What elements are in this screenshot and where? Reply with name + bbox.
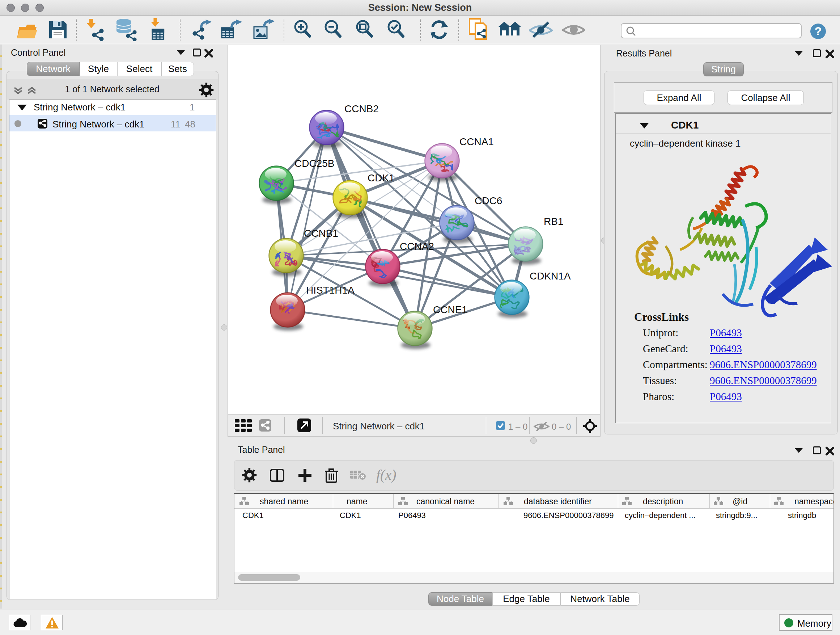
svg-text:RB1: RB1: [544, 216, 563, 227]
svg-text:CCNB1: CCNB1: [304, 228, 338, 239]
svg-text:HIST1H1A: HIST1H1A: [306, 285, 355, 296]
svg-text:CCNE1: CCNE1: [433, 304, 467, 315]
svg-text:CCNB2: CCNB2: [344, 103, 379, 114]
svg-text:CDC25B: CDC25B: [294, 158, 334, 169]
svg-text:CCNA2: CCNA2: [400, 241, 434, 252]
svg-text:CCNA1: CCNA1: [459, 136, 494, 147]
svg-text:CDC6: CDC6: [475, 195, 502, 206]
svg-text:CDKN1A: CDKN1A: [530, 271, 571, 282]
svg-text:CDK1: CDK1: [368, 172, 395, 184]
